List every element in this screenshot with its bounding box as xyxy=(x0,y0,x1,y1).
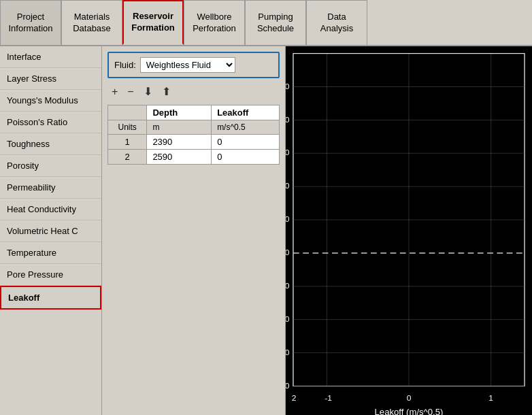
tab-data-analysis[interactable]: Data Analysis xyxy=(306,0,367,45)
sidebar-item-leakoff[interactable]: Leakoff xyxy=(0,286,101,310)
col-depth: Depth xyxy=(147,105,212,120)
chart-svg: 2400 2420 2440 2460 2480 2500 2520 2540 … xyxy=(286,46,532,415)
fluid-selector-row: Fluid: Weightless FluidFluid 1Fluid 2 xyxy=(107,52,280,78)
sidebar-item-volumetric-heat-c[interactable]: Volumetric Heat C xyxy=(0,220,101,242)
tab-pumping-schedule[interactable]: Pumping Schedule xyxy=(245,0,306,45)
svg-text:2460: 2460 xyxy=(286,182,290,191)
leakoff-cell[interactable]: 0 xyxy=(212,150,280,165)
svg-text:2500: 2500 xyxy=(286,248,290,257)
svg-text:2560: 2560 xyxy=(286,348,290,357)
chart-area: 2400 2420 2440 2460 2480 2500 2520 2540 … xyxy=(286,46,532,415)
main-layout: InterfaceLayer StressYoungs's ModulusPoi… xyxy=(0,46,532,415)
sidebar-item-interface[interactable]: Interface xyxy=(0,46,101,68)
download-button[interactable]: ⬇ xyxy=(142,85,154,98)
sidebar-item-heat-conductivity[interactable]: Heat Conductivity xyxy=(0,199,101,220)
add-button[interactable]: + xyxy=(110,86,119,98)
svg-text:0: 0 xyxy=(407,393,412,403)
svg-text:1: 1 xyxy=(488,393,493,403)
svg-text:Leakoff (m/s^0.5): Leakoff (m/s^0.5) xyxy=(375,407,444,415)
tab-bar: Project InformationMaterials DatabaseRes… xyxy=(0,0,532,46)
table-row: 2 2590 0 xyxy=(108,150,280,165)
leakoff-cell[interactable]: 0 xyxy=(212,135,280,150)
tab-project-info[interactable]: Project Information xyxy=(0,0,61,45)
sidebar-item-youngs-modulus[interactable]: Youngs's Modulus xyxy=(0,90,101,112)
svg-text:2480: 2480 xyxy=(286,214,290,224)
fluid-label: Fluid: xyxy=(114,60,136,70)
svg-text:2540: 2540 xyxy=(286,314,290,324)
svg-text:2: 2 xyxy=(292,393,297,403)
sidebar-item-toughness[interactable]: Toughness xyxy=(0,133,101,155)
toolbar: + − ⬇ ⬆ xyxy=(107,84,280,99)
svg-text:2420: 2420 xyxy=(286,115,290,124)
sidebar-item-temperature[interactable]: Temperature xyxy=(0,242,101,264)
left-panel: Fluid: Weightless FluidFluid 1Fluid 2 + … xyxy=(102,46,286,415)
tab-wellbore-perforation[interactable]: Wellbore Perforation xyxy=(184,0,245,45)
remove-button[interactable]: − xyxy=(126,86,135,98)
data-table: Depth Leakoff Units m m/s^0.5 1 2390 0 2… xyxy=(107,105,280,165)
sidebar: InterfaceLayer StressYoungs's ModulusPoi… xyxy=(0,46,102,415)
content-area: Fluid: Weightless FluidFluid 1Fluid 2 + … xyxy=(102,46,532,415)
depth-unit: m xyxy=(147,120,212,135)
svg-text:2400: 2400 xyxy=(286,82,290,91)
sidebar-item-layer-stress[interactable]: Layer Stress xyxy=(0,68,101,90)
row-num: 2 xyxy=(108,150,147,165)
col-leakoff: Leakoff xyxy=(212,105,280,120)
units-label: Units xyxy=(108,120,147,135)
svg-text:2520: 2520 xyxy=(286,281,290,290)
fluid-dropdown[interactable]: Weightless FluidFluid 1Fluid 2 xyxy=(140,57,235,73)
leakoff-unit: m/s^0.5 xyxy=(212,120,280,135)
svg-text:2440: 2440 xyxy=(286,148,290,158)
depth-cell[interactable]: 2590 xyxy=(147,150,212,165)
row-num: 1 xyxy=(108,135,147,150)
sidebar-item-pore-pressure[interactable]: Pore Pressure xyxy=(0,264,101,286)
table-row: 1 2390 0 xyxy=(108,135,280,150)
depth-cell[interactable]: 2390 xyxy=(147,135,212,150)
svg-text:-1: -1 xyxy=(325,393,332,403)
col-empty xyxy=(108,105,147,120)
sidebar-item-permeability[interactable]: Permeability xyxy=(0,177,101,199)
sidebar-item-porosity[interactable]: Porosity xyxy=(0,155,101,177)
sidebar-item-poissons-ratio[interactable]: Poisson's Ratio xyxy=(0,112,101,133)
svg-text:2580: 2580 xyxy=(286,381,290,391)
tab-reservoir-formation[interactable]: Reservoir Formation xyxy=(122,0,184,45)
upload-button[interactable]: ⬆ xyxy=(161,85,172,98)
tab-materials-db[interactable]: Materials Database xyxy=(61,0,122,45)
